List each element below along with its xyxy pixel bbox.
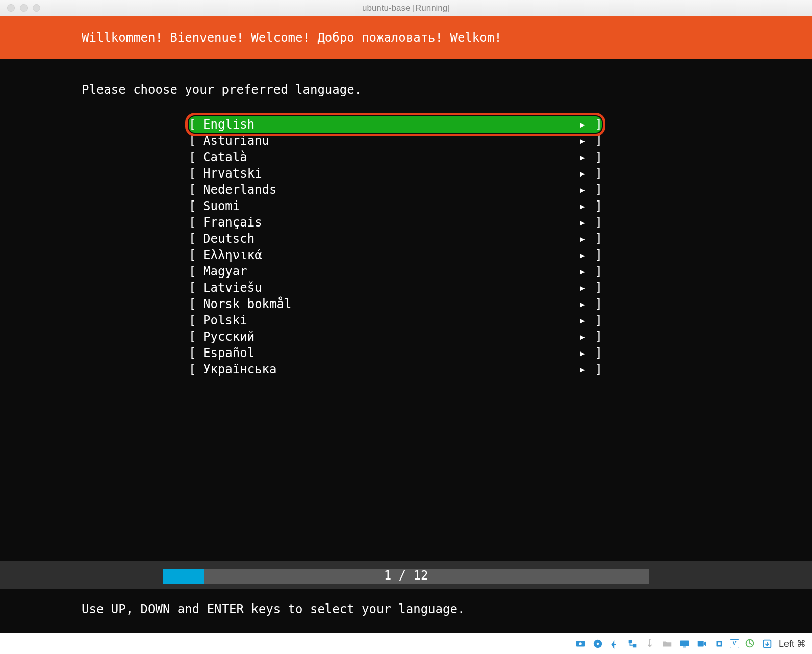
language-label: English <box>203 116 577 133</box>
bracket-open: [ <box>189 133 203 149</box>
bracket-close: ] <box>588 165 602 182</box>
vm-status-bar: V Left ⌘ <box>0 633 812 654</box>
bracket-open: [ <box>189 214 203 231</box>
bracket-open: [ <box>189 263 203 280</box>
language-option[interactable]: [ Nederlands▸ ] <box>189 182 602 198</box>
language-option[interactable]: [ Català▸ ] <box>189 149 602 165</box>
progress-fill <box>163 569 204 584</box>
submenu-arrow-icon: ▸ <box>577 182 588 198</box>
hard-disk-icon[interactable] <box>574 637 587 650</box>
bracket-close: ] <box>588 361 602 378</box>
bracket-close: ] <box>588 345 602 361</box>
window-titlebar: ubuntu-base [Running] <box>0 0 812 16</box>
submenu-arrow-icon: ▸ <box>577 133 588 149</box>
language-label: Ελληνικά <box>203 247 577 263</box>
submenu-arrow-icon: ▸ <box>577 280 588 296</box>
capture-icon[interactable] <box>760 637 774 650</box>
svg-rect-5 <box>633 644 636 647</box>
submenu-arrow-icon: ▸ <box>577 165 588 182</box>
bracket-open: [ <box>189 329 203 345</box>
language-option[interactable]: [ Ελληνικά▸ ] <box>189 247 602 263</box>
submenu-arrow-icon: ▸ <box>577 116 588 133</box>
bracket-close: ] <box>588 198 602 214</box>
language-option[interactable]: [ Українська▸ ] <box>189 361 602 378</box>
language-label: Asturianu <box>203 133 577 149</box>
bracket-close: ] <box>588 329 602 345</box>
language-option[interactable]: [ Español▸ ] <box>189 345 602 361</box>
language-label: Deutsch <box>203 231 577 247</box>
language-option[interactable]: [ Deutsch▸ ] <box>189 231 602 247</box>
progress-bar <box>163 569 649 584</box>
network-icon[interactable] <box>626 637 639 650</box>
language-option[interactable]: [ Asturianu▸ ] <box>189 133 602 149</box>
mouse-integration-icon[interactable] <box>743 637 756 650</box>
window-zoom-button[interactable] <box>33 4 40 12</box>
language-option[interactable]: [ Français▸ ] <box>189 214 602 231</box>
language-label: Magyar <box>203 263 577 280</box>
recording-icon[interactable] <box>695 637 708 650</box>
window-minimize-button[interactable] <box>20 4 28 12</box>
optical-disc-icon[interactable] <box>591 637 604 650</box>
svg-rect-8 <box>698 641 704 646</box>
hint-text: Use UP, DOWN and ENTER keys to select yo… <box>82 601 730 617</box>
submenu-arrow-icon: ▸ <box>577 312 588 329</box>
display-icon[interactable] <box>678 637 691 650</box>
language-label: Français <box>203 214 577 231</box>
language-label: Hrvatski <box>203 165 577 182</box>
language-option[interactable]: [ Magyar▸ ] <box>189 263 602 280</box>
bracket-open: [ <box>189 312 203 329</box>
bracket-close: ] <box>588 296 602 312</box>
language-option[interactable]: [ Latviešu▸ ] <box>189 280 602 296</box>
bracket-open: [ <box>189 231 203 247</box>
window-title: ubuntu-base [Running] <box>0 3 812 13</box>
svg-rect-6 <box>680 640 689 646</box>
bracket-open: [ <box>189 198 203 214</box>
submenu-arrow-icon: ▸ <box>577 296 588 312</box>
language-label: Español <box>203 345 577 361</box>
bracket-open: [ <box>189 247 203 263</box>
bracket-open: [ <box>189 361 203 378</box>
svg-rect-7 <box>683 646 686 647</box>
submenu-arrow-icon: ▸ <box>577 329 588 345</box>
welcome-banner: Willkommen! Bienvenue! Welcome! Добро по… <box>0 16 812 59</box>
language-option[interactable]: [ English▸ ] <box>189 116 602 133</box>
keyboard-indicator[interactable]: V <box>730 639 739 648</box>
language-label: Українська <box>203 361 577 378</box>
cpu-icon[interactable] <box>713 637 726 650</box>
submenu-arrow-icon: ▸ <box>577 214 588 231</box>
language-label: Català <box>203 149 577 165</box>
svg-point-1 <box>579 642 582 645</box>
bracket-close: ] <box>588 149 602 165</box>
bracket-close: ] <box>588 280 602 296</box>
window-close-button[interactable] <box>7 4 15 12</box>
language-label: Polski <box>203 312 577 329</box>
language-label: Suomi <box>203 198 577 214</box>
bracket-open: [ <box>189 296 203 312</box>
prompt-text: Please choose your preferred language. <box>0 82 812 98</box>
language-option[interactable]: [ Suomi▸ ] <box>189 198 602 214</box>
bracket-close: ] <box>588 231 602 247</box>
bracket-open: [ <box>189 345 203 361</box>
language-option[interactable]: [ Norsk bokmål▸ ] <box>189 296 602 312</box>
bracket-close: ] <box>588 263 602 280</box>
language-list[interactable]: [ English▸ ][ Asturianu▸ ][ Català▸ ][ H… <box>189 116 602 378</box>
bracket-open: [ <box>189 149 203 165</box>
traffic-lights <box>7 4 40 12</box>
language-label: Nederlands <box>203 182 577 198</box>
installer-screen: Willkommen! Bienvenue! Welcome! Добро по… <box>0 16 812 633</box>
bracket-open: [ <box>189 182 203 198</box>
language-option[interactable]: [ Polski▸ ] <box>189 312 602 329</box>
submenu-arrow-icon: ▸ <box>577 263 588 280</box>
language-option[interactable]: [ Русский▸ ] <box>189 329 602 345</box>
language-option[interactable]: [ Hrvatski▸ ] <box>189 165 602 182</box>
audio-icon[interactable] <box>608 637 622 650</box>
usb-icon[interactable] <box>643 637 656 650</box>
submenu-arrow-icon: ▸ <box>577 247 588 263</box>
shared-folder-icon[interactable] <box>661 637 674 650</box>
bracket-close: ] <box>588 182 602 198</box>
bracket-close: ] <box>588 247 602 263</box>
language-label: Latviešu <box>203 280 577 296</box>
bracket-close: ] <box>588 312 602 329</box>
submenu-arrow-icon: ▸ <box>577 361 588 378</box>
submenu-arrow-icon: ▸ <box>577 231 588 247</box>
